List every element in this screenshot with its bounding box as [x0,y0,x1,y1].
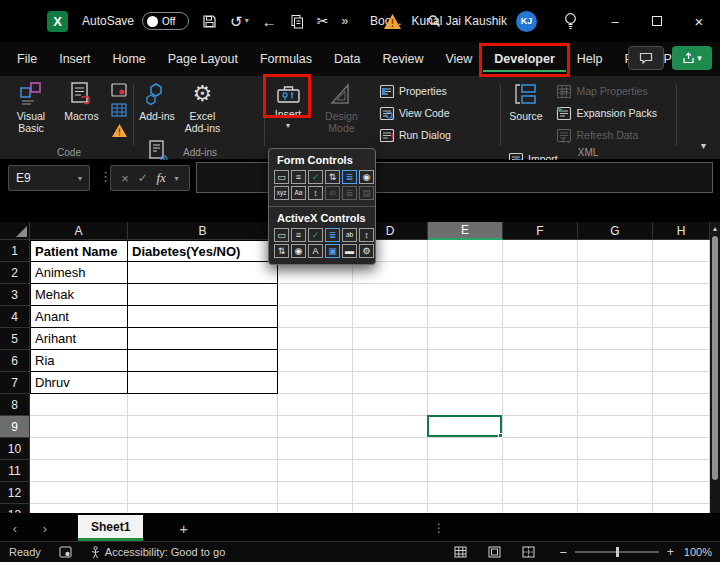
cell-G9[interactable] [578,416,653,438]
activex-image-icon[interactable]: ▣ [325,244,340,258]
cell-H6[interactable] [653,350,710,372]
ribbon-tab-formulas[interactable]: Formulas [249,46,323,72]
cell-F11[interactable] [503,460,578,482]
ribbon-tab-data[interactable]: Data [323,46,371,72]
ribbon-tab-view[interactable]: View [434,46,483,72]
share-button[interactable]: ▾ [672,46,712,70]
cell-D12[interactable] [353,482,428,504]
row-header-8[interactable]: 8 [0,394,30,416]
cell-E4[interactable] [428,306,503,328]
cell-H11[interactable] [653,460,710,482]
ribbon-tab-page-layout[interactable]: Page Layout [157,46,249,72]
form-option-button-icon[interactable]: ◉ [359,170,374,184]
user-avatar[interactable]: KJ [516,11,537,32]
cell-C3[interactable] [278,284,353,306]
row-header-2[interactable]: 2 [0,262,30,284]
column-header-A[interactable]: A [30,222,128,240]
row-header-7[interactable]: 7 [0,372,30,394]
row-header-11[interactable]: 11 [0,460,30,482]
sheet-tab-sheet1[interactable]: Sheet1 [78,515,143,541]
cell-H5[interactable] [653,328,710,350]
form-combo-drop-down-edit-icon[interactable]: ▤ [359,186,374,200]
cell-B12[interactable] [128,482,278,504]
autosave-toggle[interactable]: Off [142,12,189,30]
cell-H3[interactable] [653,284,710,306]
cell-A1[interactable]: Patient Name [30,240,128,262]
enter-button[interactable]: ✓ [138,171,148,185]
page-layout-view-button[interactable] [477,546,511,558]
activex-text-box-icon[interactable]: ab [342,228,357,242]
form-list-box-icon[interactable]: ≣ [342,170,357,184]
refresh-data-button[interactable]: Refresh Data [556,126,657,144]
cell-A13[interactable] [30,504,128,513]
ribbon-tab-insert[interactable]: Insert [48,46,101,72]
column-header-G[interactable]: G [578,222,653,240]
selected-cell-E9[interactable] [427,415,502,437]
activex-scroll-bar-icon[interactable]: ↕ [359,228,374,242]
cell-F7[interactable] [503,372,578,394]
cell-E10[interactable] [428,438,503,460]
row-header-9[interactable]: 9 [0,416,30,438]
cell-C8[interactable] [278,394,353,416]
cell-B5[interactable] [128,328,278,350]
activex-more-controls-icon[interactable]: ⚙ [359,244,374,258]
form-text-field-icon[interactable]: ab [325,186,340,200]
fill-handle[interactable] [498,433,503,438]
cell-H1[interactable] [653,240,710,262]
cell-A2[interactable]: Animesh [30,262,128,284]
save-button[interactable] [202,14,217,29]
activex-spin-button-icon[interactable]: ⇅ [274,244,289,258]
cell-C4[interactable] [278,306,353,328]
cell-C12[interactable] [278,482,353,504]
cell-E13[interactable] [428,504,503,513]
cell-E11[interactable] [428,460,503,482]
cell-H9[interactable] [653,416,710,438]
design-mode-button[interactable]: Design Mode [318,76,364,134]
cell-A7[interactable]: Dhruv [30,372,128,394]
cell-G1[interactable] [578,240,653,262]
cell-G7[interactable] [578,372,653,394]
macro-record-status-button[interactable] [59,546,72,558]
cell-E3[interactable] [428,284,503,306]
cut-button[interactable]: ✂ [317,14,329,28]
page-break-view-button[interactable] [511,546,545,558]
form-button-icon[interactable]: ▭ [274,170,289,184]
addins-button[interactable]: Add-ins [137,76,177,122]
zoom-in-button[interactable]: + [667,545,674,559]
cell-A3[interactable]: Mehak [30,284,128,306]
cell-G8[interactable] [578,394,653,416]
properties-button[interactable]: Properties [379,82,451,100]
cell-G3[interactable] [578,284,653,306]
column-header-H[interactable]: H [653,222,710,240]
cell-E5[interactable] [428,328,503,350]
cell-D9[interactable] [353,416,428,438]
cell-F10[interactable] [503,438,578,460]
cell-D7[interactable] [353,372,428,394]
activex-list-box-icon[interactable]: ≣ [325,228,340,242]
cell-F4[interactable] [503,306,578,328]
row-header-12[interactable]: 12 [0,482,30,504]
activex-command-button-icon[interactable]: ▭ [274,228,289,242]
sheetbar-dots-icon[interactable]: ⋮ [433,521,445,535]
form-combo-list-edit-icon[interactable]: ≣ [342,186,357,200]
add-sheet-button[interactable]: + [179,520,188,537]
insert-function-button[interactable]: fx [156,170,165,186]
cell-F6[interactable] [503,350,578,372]
column-header-F[interactable]: F [503,222,578,240]
cell-B7[interactable] [128,372,278,394]
cell-G10[interactable] [578,438,653,460]
cell-D4[interactable] [353,306,428,328]
cell-H12[interactable] [653,482,710,504]
cell-B4[interactable] [128,306,278,328]
cell-H10[interactable] [653,438,710,460]
cell-C11[interactable] [278,460,353,482]
cell-C6[interactable] [278,350,353,372]
row-header-5[interactable]: 5 [0,328,30,350]
ribbon-tab-developer[interactable]: Developer [483,46,565,72]
cell-H2[interactable] [653,262,710,284]
cell-A4[interactable]: Anant [30,306,128,328]
form-spin-button-icon[interactable]: ⇅ [325,170,340,184]
activex-label-icon[interactable]: A [308,244,323,258]
vertical-scrollbar[interactable]: ▲ [710,222,720,513]
cell-G6[interactable] [578,350,653,372]
